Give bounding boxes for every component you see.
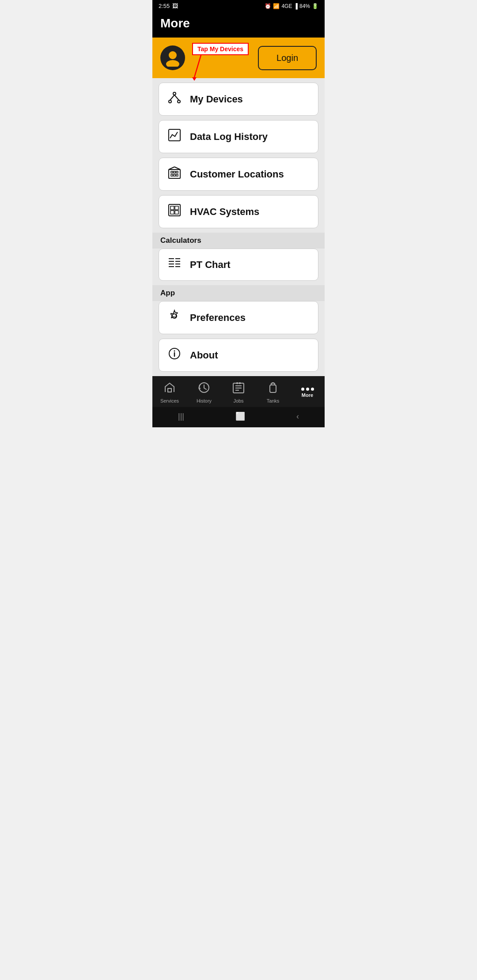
system-nav-bar: ||| ⬜ ‹	[152, 407, 325, 427]
hvac-systems-icon	[167, 204, 182, 220]
tap-label: Tap My Devices	[192, 43, 249, 55]
tap-annotation: Tap My Devices	[192, 43, 249, 82]
data-log-history-label: Data Log History	[190, 131, 268, 143]
history-icon	[198, 381, 210, 396]
menu-item-pt-chart[interactable]: PT Chart	[159, 249, 318, 281]
svg-point-0	[169, 51, 177, 59]
nav-item-more[interactable]: More	[290, 388, 325, 398]
jobs-icon	[232, 381, 245, 396]
page-title: More	[160, 16, 317, 30]
jobs-label: Jobs	[233, 398, 243, 403]
menu-item-my-devices[interactable]: My Devices	[159, 83, 318, 116]
wifi-icon: 📶	[273, 3, 280, 9]
tanks-icon	[267, 381, 279, 396]
nav-home-icon[interactable]: ⬜	[235, 411, 245, 421]
menu-item-data-log-history[interactable]: Data Log History	[159, 120, 318, 153]
about-label: About	[190, 350, 218, 361]
customer-locations-label: Customer Locations	[190, 169, 284, 180]
tanks-label: Tanks	[267, 398, 280, 403]
menu-item-hvac-systems[interactable]: HVAC Systems	[159, 195, 318, 228]
svg-line-8	[174, 95, 179, 100]
about-icon	[167, 347, 182, 363]
user-banner: Tap My Devices Login	[152, 38, 325, 78]
svg-rect-42	[236, 382, 238, 384]
hvac-systems-label: HVAC Systems	[190, 206, 259, 218]
svg-rect-23	[175, 211, 178, 214]
login-button[interactable]: Login	[258, 46, 317, 70]
alarm-icon: ⏰	[265, 3, 271, 9]
svg-point-35	[174, 351, 175, 352]
svg-rect-20	[170, 206, 174, 210]
svg-rect-16	[176, 174, 178, 176]
svg-rect-36	[168, 388, 171, 392]
services-label: Services	[160, 398, 179, 403]
svg-point-4	[173, 92, 176, 95]
svg-rect-11	[171, 171, 173, 173]
status-left: 2:55 🖼	[159, 3, 178, 9]
svg-rect-43	[239, 382, 241, 384]
customer-locations-icon	[167, 166, 182, 182]
battery-icon: 🔋	[312, 3, 318, 9]
svg-rect-9	[169, 129, 180, 141]
history-label: History	[197, 398, 212, 403]
pt-chart-label: PT Chart	[190, 259, 231, 271]
services-icon	[163, 381, 176, 396]
svg-rect-45	[270, 385, 276, 392]
svg-rect-12	[174, 171, 175, 173]
more-dots-icon	[301, 388, 314, 391]
time: 2:55	[159, 3, 170, 9]
battery-label: 84%	[299, 3, 310, 9]
app-section-header: App	[152, 285, 325, 301]
svg-line-7	[170, 95, 174, 100]
menu-item-about[interactable]: About	[159, 339, 318, 372]
svg-point-5	[169, 100, 171, 103]
image-icon: 🖼	[172, 3, 178, 9]
svg-point-1	[166, 60, 179, 67]
menu-item-preferences[interactable]: Preferences	[159, 301, 318, 334]
data-log-icon	[167, 128, 182, 145]
svg-line-2	[194, 55, 201, 77]
svg-rect-10	[169, 170, 180, 178]
nav-menu-icon[interactable]: |||	[178, 412, 184, 421]
preferences-icon	[167, 309, 182, 326]
menu-section: My Devices Data Log History Cus	[152, 78, 325, 376]
nav-item-services[interactable]: Services	[152, 381, 187, 403]
svg-rect-15	[174, 174, 175, 176]
nav-item-jobs[interactable]: Jobs	[221, 381, 256, 403]
my-devices-icon	[167, 91, 182, 107]
avatar	[160, 45, 185, 70]
nav-back-icon[interactable]: ‹	[296, 412, 299, 421]
svg-rect-21	[175, 206, 178, 210]
preferences-label: Preferences	[190, 312, 246, 324]
signal-bars-icon: ▐	[294, 3, 298, 9]
svg-rect-22	[170, 211, 174, 214]
status-bar: 2:55 🖼 ⏰ 📶 4GE ▐ 84% 🔋	[152, 0, 325, 12]
svg-point-6	[178, 100, 180, 103]
svg-rect-49	[272, 382, 274, 383]
pt-chart-icon	[167, 257, 182, 272]
calculators-section-header: Calculators	[152, 233, 325, 249]
status-right: ⏰ 📶 4GE ▐ 84% 🔋	[265, 3, 318, 9]
nav-item-history[interactable]: History	[187, 381, 221, 403]
bottom-nav: Services History Jobs	[152, 376, 325, 407]
signal-label: 4GE	[281, 3, 292, 9]
nav-item-tanks[interactable]: Tanks	[256, 381, 290, 403]
more-label: More	[302, 392, 313, 398]
svg-marker-3	[192, 77, 197, 81]
menu-item-customer-locations[interactable]: Customer Locations	[159, 158, 318, 191]
top-header: More	[152, 12, 325, 38]
tap-arrow-icon	[192, 55, 214, 82]
svg-rect-13	[176, 171, 178, 173]
svg-rect-14	[171, 174, 173, 176]
my-devices-label: My Devices	[190, 94, 243, 105]
